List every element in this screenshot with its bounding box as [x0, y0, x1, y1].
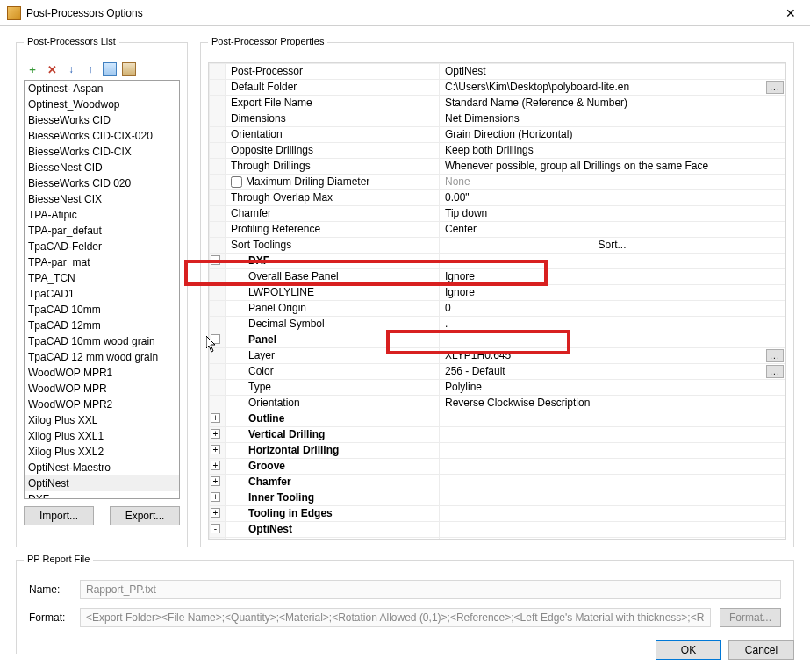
collapse-icon[interactable]: -	[211, 255, 220, 265]
import-button[interactable]: Import...	[24, 506, 94, 525]
paste-icon[interactable]	[122, 62, 136, 76]
close-button[interactable]: ✕	[771, 0, 810, 26]
prop-label: Chamfer	[226, 475, 440, 490]
prop-value[interactable]: Center	[440, 222, 785, 238]
prop-value[interactable]: Ignore	[440, 285, 785, 301]
prop-value[interactable]	[440, 506, 785, 522]
ellipsis-button[interactable]: ...	[766, 365, 784, 378]
prop-label: Through Drillings	[226, 159, 440, 175]
prop-value[interactable]: .	[440, 317, 785, 332]
prop-label: Orientation	[226, 396, 440, 411]
prop-label: Inner Tooling	[226, 490, 440, 506]
list-item[interactable]: Xilog Plus XXL2	[25, 444, 179, 460]
list-item[interactable]: Xilog Plus XXL1	[25, 428, 179, 444]
format-button[interactable]: Format...	[720, 608, 781, 627]
list-item[interactable]: WoodWOP MPR1	[25, 365, 179, 381]
list-item[interactable]: TPA-par_mat	[25, 254, 179, 270]
prop-value[interactable]: Grain Direction (Horizontal)	[440, 127, 785, 143]
list-item[interactable]: TpaCAD 12mm	[25, 318, 179, 333]
list-item[interactable]: BiesseNest CIX	[25, 191, 179, 207]
prop-value[interactable]	[440, 443, 785, 459]
list-item[interactable]: WoodWOP MPR	[25, 381, 179, 397]
expand-icon[interactable]: +	[211, 445, 220, 454]
move-up-icon[interactable]: ↑	[83, 62, 97, 76]
list-item[interactable]: Optinest- Aspan	[25, 81, 179, 97]
move-down-icon[interactable]: ↓	[64, 62, 78, 76]
prop-label: Opposite Drillings	[226, 143, 440, 159]
sort-button[interactable]: Sort...	[440, 238, 785, 254]
add-icon[interactable]: +	[25, 62, 39, 76]
list-item[interactable]: TPA-Atipic	[25, 207, 179, 223]
prop-value[interactable]: 256 - Default...	[440, 364, 785, 380]
export-button[interactable]: Export...	[110, 506, 180, 525]
expand-icon[interactable]: +	[211, 429, 220, 439]
list-item[interactable]: OptiNest-Maestro	[25, 460, 179, 475]
prop-value[interactable]: 0.00"	[440, 190, 785, 206]
ellipsis-button[interactable]: ...	[766, 81, 784, 94]
list-item[interactable]: BiesseWorks CID-CIX	[25, 144, 179, 160]
prop-label: Maximum Driling Diameter	[226, 175, 440, 190]
ok-button[interactable]: OK	[656, 640, 721, 660]
list-item[interactable]: BiesseWorks CID	[25, 112, 179, 128]
prop-value[interactable]: Polyline	[440, 380, 785, 396]
prop-value[interactable]	[440, 522, 785, 538]
processors-listbox[interactable]: Optinest- AspanOptinest_WoodwopBiesseWor…	[24, 80, 180, 499]
list-item[interactable]: TpaCAD1	[25, 286, 179, 302]
list-item[interactable]: Optinest_Woodwop	[25, 97, 179, 112]
prop-value[interactable]: Keep both Drillings	[440, 143, 785, 159]
list-item[interactable]: Xilog Plus XXL	[25, 412, 179, 428]
list-item[interactable]: TPA-par_defaut	[25, 223, 179, 239]
prop-label: Panel	[226, 332, 440, 348]
prop-value[interactable]	[440, 459, 785, 475]
list-item[interactable]: TpaCAD 12 mm wood grain	[25, 349, 179, 365]
list-item[interactable]: WoodWOP MPR2	[25, 397, 179, 412]
prop-value[interactable]: Yes	[440, 538, 785, 540]
prop-value[interactable]: OptiNest	[440, 64, 785, 80]
ellipsis-button[interactable]: ...	[766, 349, 784, 362]
prop-value[interactable]	[440, 254, 785, 269]
prop-value[interactable]: Net Dimensions	[440, 111, 785, 127]
prop-value[interactable]: C:\Users\Kim\Desktop\polyboard-lite.en..…	[440, 80, 785, 96]
list-item[interactable]: TPA_TCN	[25, 270, 179, 286]
prop-label: Horizontal Drilling	[226, 443, 440, 459]
expand-icon[interactable]: +	[211, 413, 220, 423]
collapse-icon[interactable]: -	[211, 524, 220, 533]
prop-value[interactable]	[440, 332, 785, 348]
list-item[interactable]: BiesseNest CID	[25, 160, 179, 175]
list-item[interactable]: BiesseWorks CID-CIX-020	[25, 128, 179, 144]
prop-value[interactable]: Reverse Clockwise Description	[440, 396, 785, 411]
prop-value[interactable]	[440, 411, 785, 427]
cancel-button[interactable]: Cancel	[728, 640, 794, 660]
expand-icon[interactable]: +	[211, 476, 220, 486]
prop-value[interactable]: None	[440, 175, 785, 190]
list-item[interactable]: DXF	[25, 491, 179, 499]
delete-icon[interactable]: ✕	[45, 62, 59, 76]
prop-value[interactable]: Ignore	[440, 269, 785, 285]
expand-icon[interactable]: +	[211, 492, 220, 502]
expand-icon[interactable]: +	[211, 508, 220, 518]
list-item[interactable]: OptiNest	[25, 475, 179, 491]
prop-value[interactable]	[440, 475, 785, 490]
collapse-icon[interactable]: -	[211, 334, 220, 344]
list-item[interactable]: TpaCAD-Felder	[25, 239, 179, 254]
list-item[interactable]: BiesseWorks CID 020	[25, 175, 179, 191]
list-item[interactable]: TpaCAD 10mm wood grain	[25, 333, 179, 349]
report-group-label: PP Report File	[24, 554, 93, 564]
prop-value[interactable]: 0	[440, 301, 785, 317]
list-item[interactable]: TpaCAD 10mm	[25, 302, 179, 318]
copy-icon[interactable]	[103, 62, 117, 76]
window-title: Post-Processors Options	[26, 7, 771, 19]
prop-label: Vertical Drilling	[226, 427, 440, 443]
checkbox[interactable]	[231, 176, 242, 188]
prop-value[interactable]: XLYP1H0.645...	[440, 348, 785, 364]
prop-value[interactable]: Tip down	[440, 206, 785, 222]
prop-value[interactable]: Whenever possible, group all Drillings o…	[440, 159, 785, 175]
prop-value[interactable]: Standard Name (Reference & Number)	[440, 96, 785, 111]
prop-value[interactable]	[440, 490, 785, 506]
prop-label: Automatic OptiNest start	[226, 538, 440, 540]
expand-icon[interactable]: +	[211, 461, 220, 470]
format-input[interactable]	[80, 608, 711, 627]
name-input[interactable]	[80, 580, 781, 599]
property-grid[interactable]: Post-ProcessorOptiNestDefault FolderC:\U…	[209, 63, 785, 539]
prop-value[interactable]	[440, 427, 785, 443]
